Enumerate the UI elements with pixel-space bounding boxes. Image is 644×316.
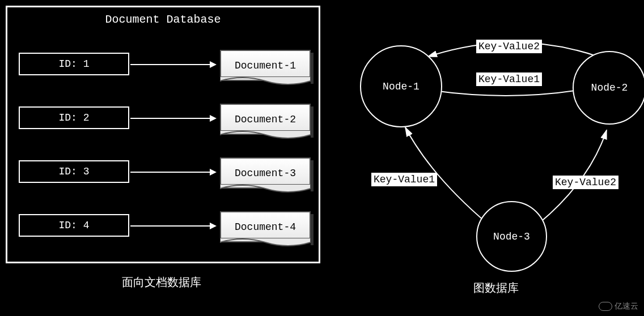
document-wave-icon <box>220 184 311 195</box>
arrow-icon <box>130 172 215 173</box>
document-shape: Document-2 <box>220 104 311 135</box>
document-label: Document-3 <box>235 168 296 179</box>
edge-label: Key-Value2 <box>476 40 542 53</box>
watermark-text: 亿速云 <box>615 301 638 311</box>
document-label: Document-1 <box>235 60 296 71</box>
graph-node-2: Node-2 <box>573 51 644 125</box>
watermark: 亿速云 <box>599 301 638 311</box>
document-label: Document-4 <box>235 221 296 233</box>
document-wave-icon <box>220 130 311 142</box>
id-key-box: ID: 3 <box>19 160 129 183</box>
id-key-text: ID: 4 <box>58 220 89 231</box>
document-wave-icon <box>220 238 311 249</box>
graph-node-label: Node-2 <box>591 82 628 93</box>
document-wave-icon <box>220 76 311 88</box>
id-key-box: ID: 4 <box>19 214 129 237</box>
graph-node-label: Node-1 <box>383 81 420 92</box>
graph-node-1: Node-1 <box>360 45 442 127</box>
document-label: Document-2 <box>235 114 296 125</box>
id-key-box: ID: 1 <box>19 53 129 75</box>
graph-node-3: Node-3 <box>476 201 547 272</box>
edge-label: Key-Value2 <box>553 176 618 189</box>
document-shape: Document-1 <box>220 50 311 81</box>
id-key-text: ID: 1 <box>58 58 89 70</box>
id-key-text: ID: 2 <box>58 112 89 123</box>
arrow-icon <box>130 225 215 227</box>
document-database-panel: Document Database ID: 1 Document-1 ID: 2… <box>6 6 320 263</box>
id-key-box: ID: 2 <box>19 106 129 129</box>
diagram-canvas: Document Database ID: 1 Document-1 ID: 2… <box>0 0 644 316</box>
edge-label: Key-Value1 <box>371 173 437 186</box>
document-database-caption: 面向文档数据库 <box>122 275 201 290</box>
graph-database-panel: Node-1 Node-2 Node-3 Key-Value2 Key-Valu… <box>340 6 635 277</box>
arrow-icon <box>130 118 215 119</box>
graph-database-caption: 图数据库 <box>473 280 519 296</box>
edge-label: Key-Value1 <box>476 72 542 86</box>
arrow-icon <box>130 64 215 65</box>
cloud-icon <box>599 302 612 311</box>
graph-node-label: Node-3 <box>493 231 530 242</box>
document-database-title: Document Database <box>105 13 221 26</box>
id-key-text: ID: 3 <box>58 166 89 177</box>
document-shape: Document-3 <box>220 157 311 189</box>
document-shape: Document-4 <box>220 211 311 242</box>
